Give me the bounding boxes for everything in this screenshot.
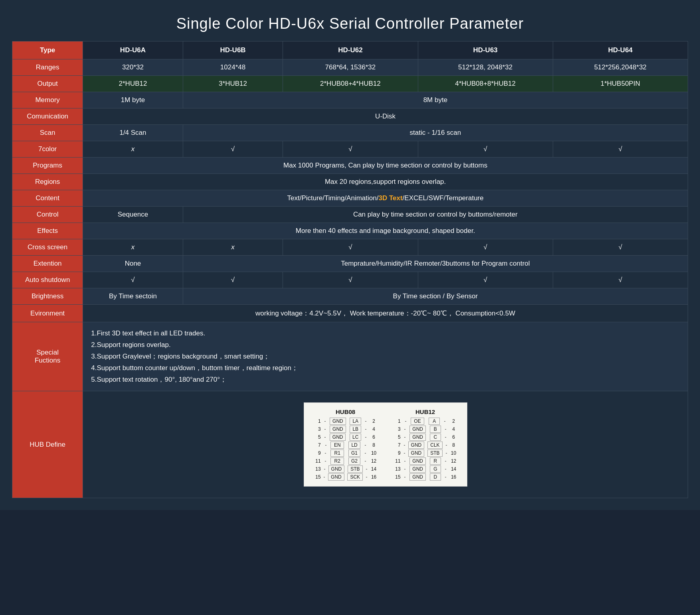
table-row: RegionsMax 20 regions,support regions ov… — [12, 174, 688, 190]
first-data-cell: 1/4 Scan — [83, 125, 183, 141]
table-row: Ranges320*321024*48768*64, 1536*32512*12… — [12, 59, 688, 76]
span-cell: By Time section / By Sensor — [183, 288, 688, 305]
row-label: Regions — [12, 174, 83, 190]
main-table: Type HD-U6A HD-U6B HD-U62 HD-U63 HD-U64 … — [12, 41, 688, 498]
data-cell: √ — [283, 239, 418, 256]
hub-define-cell: HUB081GNDLA23GNDLB45GNDLC67ENLD89R1G1101… — [83, 391, 688, 498]
first-data-cell: Sequence — [83, 207, 183, 223]
data-cell: √ — [283, 272, 418, 288]
data-cell: 320*32 — [83, 59, 183, 76]
data-cell: √ — [83, 272, 183, 288]
data-cell: √ — [183, 272, 283, 288]
header-u64: HD-U64 — [553, 41, 688, 59]
header-u62: HD-U62 — [283, 41, 418, 59]
data-cell: x — [83, 141, 183, 158]
data-cell: x — [83, 239, 183, 256]
row-label: Control — [12, 207, 83, 223]
span-cell: working voltage：4.2V~5.5V， Work temperat… — [83, 305, 688, 322]
table-row: Scan1/4 Scanstatic - 1/16 scan — [12, 125, 688, 141]
row-label: Scan — [12, 125, 83, 141]
span-cell: U-Disk — [83, 108, 688, 125]
table-row: Special Fuctions1.First 3D text effect i… — [12, 322, 688, 391]
page-title: Single Color HD-U6x Serial Controller Pa… — [12, 8, 688, 41]
table-row: Output2*HUB123*HUB122*HUB08+4*HUB124*HUB… — [12, 76, 688, 92]
data-cell: √ — [418, 141, 553, 158]
table-row: Evironmentworking voltage：4.2V~5.5V， Wor… — [12, 305, 688, 322]
data-cell: 3*HUB12 — [183, 76, 283, 92]
span-cell: Can play by time section or control by b… — [183, 207, 688, 223]
row-label: Special Fuctions — [12, 322, 83, 391]
data-cell: 768*64, 1536*32 — [283, 59, 418, 76]
table-row: Memory1M byte8M byte — [12, 92, 688, 108]
data-cell: √ — [553, 141, 688, 158]
span-cell: static - 1/16 scan — [183, 125, 688, 141]
first-data-cell: 1M byte — [83, 92, 183, 108]
row-label: Brightness — [12, 288, 83, 305]
row-label: Cross screen — [12, 239, 83, 256]
table-row: 7colorx√√√√ — [12, 141, 688, 158]
data-cell: √ — [418, 239, 553, 256]
row-label: Auto shutdown — [12, 272, 83, 288]
header-u6b: HD-U6B — [183, 41, 283, 59]
span-cell: 1.First 3D text effect in all LED trades… — [83, 322, 688, 391]
table-row: ProgramsMax 1000 Programs, Can play by t… — [12, 158, 688, 174]
row-label: Evironment — [12, 305, 83, 322]
header-u6a: HD-U6A — [83, 41, 183, 59]
data-cell: 1024*48 — [183, 59, 283, 76]
data-cell: √ — [553, 239, 688, 256]
data-cell: √ — [283, 141, 418, 158]
row-label: Effects — [12, 223, 83, 239]
data-cell: √ — [183, 141, 283, 158]
span-cell: 8M byte — [183, 92, 688, 108]
span-cell: Text/Picture/Timing/Animation/3D Text/EX… — [83, 190, 688, 207]
table-row: ExtentionNoneTemprature/Humidity/IR Remo… — [12, 256, 688, 272]
data-cell: √ — [418, 272, 553, 288]
table-row: Cross screenxx√√√ — [12, 239, 688, 256]
table-row: Auto shutdown√√√√√ — [12, 272, 688, 288]
table-row: HUB DefineHUB081GNDLA23GNDLB45GNDLC67ENL… — [12, 391, 688, 498]
table-row: ComunicationU-Disk — [12, 108, 688, 125]
row-label: Memory — [12, 92, 83, 108]
row-label: 7color — [12, 141, 83, 158]
page-wrapper: Single Color HD-U6x Serial Controller Pa… — [0, 0, 700, 510]
span-cell: More then 40 effects and image backgroun… — [83, 223, 688, 239]
data-cell: 512*256,2048*32 — [553, 59, 688, 76]
table-row: BrightnessBy Time sectoinBy Time section… — [12, 288, 688, 305]
row-label: Output — [12, 76, 83, 92]
row-label: Extention — [12, 256, 83, 272]
data-cell: 1*HUB50PIN — [553, 76, 688, 92]
row-label: Content — [12, 190, 83, 207]
table-row: ContentText/Picture/Timing/Animation/3D … — [12, 190, 688, 207]
span-cell: Max 20 regions,support regions overlap. — [83, 174, 688, 190]
row-label: Programs — [12, 158, 83, 174]
row-label: Ranges — [12, 59, 83, 76]
data-cell: 512*128, 2048*32 — [418, 59, 553, 76]
row-label: Comunication — [12, 108, 83, 125]
data-cell: √ — [553, 272, 688, 288]
header-u63: HD-U63 — [418, 41, 553, 59]
data-cell: 4*HUB08+8*HUB12 — [418, 76, 553, 92]
table-row: ControlSequenceCan play by time section … — [12, 207, 688, 223]
header-type: Type — [12, 41, 83, 59]
first-data-cell: By Time sectoin — [83, 288, 183, 305]
span-cell: Max 1000 Programs, Can play by time sect… — [83, 158, 688, 174]
first-data-cell: None — [83, 256, 183, 272]
data-cell: 2*HUB08+4*HUB12 — [283, 76, 418, 92]
data-cell: 2*HUB12 — [83, 76, 183, 92]
table-row: EffectsMore then 40 effects and image ba… — [12, 223, 688, 239]
row-label: HUB Define — [12, 391, 83, 498]
data-cell: x — [183, 239, 283, 256]
span-cell: Temprature/Humidity/IR Remoter/3buttoms … — [183, 256, 688, 272]
